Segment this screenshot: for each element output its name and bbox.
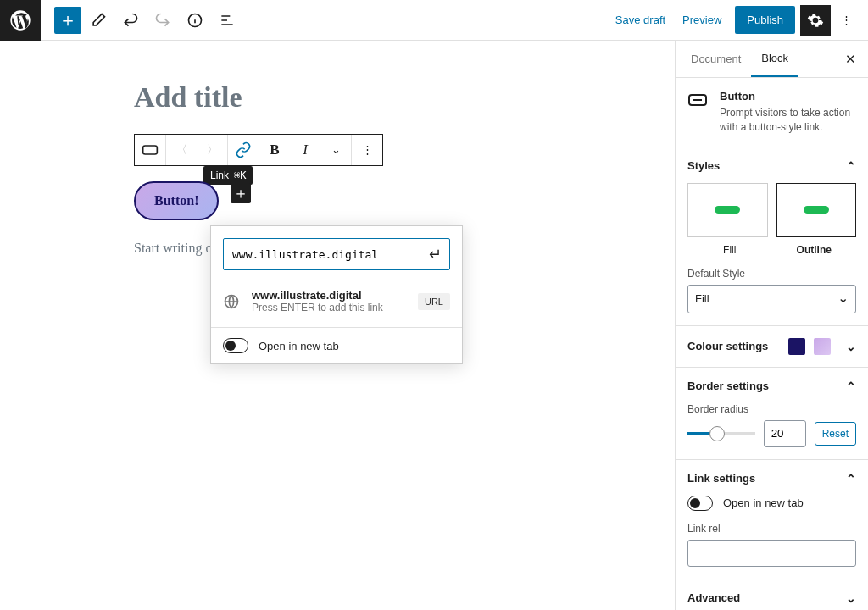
border-radius-slider[interactable] — [687, 432, 755, 435]
chevron-down-icon: ⌄ — [846, 340, 856, 353]
settings-button[interactable] — [800, 5, 831, 36]
info-icon[interactable] — [180, 5, 210, 36]
styles-panel-toggle[interactable]: Styles⌃ — [687, 159, 856, 173]
tab-block[interactable]: Block — [751, 41, 798, 77]
preview-link[interactable]: Preview — [674, 14, 730, 26]
wordpress-icon — [8, 8, 32, 32]
gear-icon — [807, 12, 824, 29]
move-right-icon: 〉 — [197, 135, 227, 165]
border-radius-label: Border radius — [687, 403, 856, 415]
link-rel-input[interactable] — [687, 540, 856, 567]
default-style-label: Default Style — [687, 268, 856, 280]
save-draft-link[interactable]: Save draft — [607, 14, 674, 26]
text-colour-swatch — [788, 338, 805, 355]
style-fill[interactable] — [687, 183, 768, 237]
editor-topbar: ＋ Save draft Preview Publish ⋮ — [0, 0, 868, 41]
submit-link-icon[interactable]: ↵ — [429, 245, 442, 263]
close-sidebar-icon[interactable]: ✕ — [845, 52, 863, 67]
open-new-tab-toggle[interactable] — [223, 338, 248, 353]
add-block-button[interactable]: ＋ — [54, 7, 81, 34]
link-tooltip: Link⌘K — [203, 166, 253, 185]
link-settings-panel-toggle[interactable]: Link settings⌃ — [687, 472, 856, 485]
sidebar-open-new-tab-label: Open in new tab — [723, 496, 804, 509]
edit-mode-icon[interactable] — [83, 5, 114, 36]
chevron-up-icon: ⌃ — [846, 472, 856, 485]
publish-button[interactable]: Publish — [735, 6, 795, 34]
add-block-inline-button[interactable]: ＋ — [231, 183, 251, 203]
button-block[interactable]: Button! — [134, 181, 219, 220]
border-panel-toggle[interactable]: Border settings⌃ — [687, 380, 856, 393]
block-name: Button — [720, 90, 856, 103]
open-new-tab-label: Open in new tab — [259, 340, 339, 352]
paragraph-placeholder[interactable]: Start writing o — [134, 241, 212, 256]
undo-icon[interactable] — [115, 5, 146, 36]
redo-icon — [147, 5, 178, 36]
outline-icon[interactable] — [212, 5, 242, 36]
border-radius-reset-button[interactable]: Reset — [815, 422, 856, 446]
border-radius-input[interactable] — [764, 420, 806, 447]
link-rel-label: Link rel — [687, 523, 856, 535]
tab-document[interactable]: Document — [681, 41, 751, 77]
italic-icon[interactable]: I — [290, 135, 320, 165]
colour-panel-toggle[interactable]: Colour settings ⌄ — [687, 338, 856, 355]
default-style-select[interactable]: Fill — [687, 285, 856, 313]
chevron-up-icon: ⌃ — [846, 159, 856, 173]
style-outline-label: Outline — [772, 244, 857, 256]
block-description: Prompt visitors to take action with a bu… — [720, 106, 856, 135]
bold-icon[interactable]: B — [259, 135, 290, 165]
link-icon[interactable] — [228, 135, 259, 165]
bg-colour-swatch — [814, 338, 831, 355]
button-block-icon — [687, 90, 708, 110]
chevron-down-icon: ⌄ — [846, 591, 856, 605]
more-format-icon[interactable]: ⌄ — [320, 135, 351, 165]
advanced-panel-toggle[interactable]: Advanced⌄ — [687, 591, 856, 605]
style-fill-label: Fill — [687, 244, 772, 256]
post-title-input[interactable]: Add title — [134, 81, 609, 114]
suggestion-subtitle: Press ENTER to add this link — [252, 302, 418, 313]
svg-rect-1 — [143, 146, 158, 154]
style-outline[interactable] — [776, 183, 857, 237]
sidebar-open-new-tab-toggle[interactable] — [687, 496, 713, 511]
suggestion-title: www.illustrate.digital — [252, 289, 418, 302]
block-card: Button Prompt visitors to take action wi… — [676, 78, 868, 147]
editor-canvas: Add title 〈〉 BI⌄ ⋮ Link⌘K Button! ＋ Star… — [0, 41, 675, 610]
link-popover: ↵ www.illustrate.digital Press ENTER to … — [210, 225, 463, 364]
link-suggestion[interactable]: www.illustrate.digital Press ENTER to ad… — [211, 282, 462, 328]
move-left-icon: 〈 — [166, 135, 197, 165]
link-url-input[interactable] — [223, 238, 450, 270]
chevron-up-icon: ⌃ — [846, 380, 856, 393]
settings-sidebar: Document Block ✕ Button Prompt visitors … — [675, 41, 868, 610]
more-menu-icon[interactable]: ⋮ — [831, 5, 861, 36]
url-badge: URL — [418, 293, 450, 310]
block-type-icon[interactable] — [135, 135, 165, 165]
wordpress-logo[interactable] — [0, 0, 41, 41]
block-more-icon[interactable]: ⋮ — [352, 135, 382, 165]
block-toolbar: 〈〉 BI⌄ ⋮ — [134, 134, 383, 166]
globe-icon — [223, 293, 240, 310]
